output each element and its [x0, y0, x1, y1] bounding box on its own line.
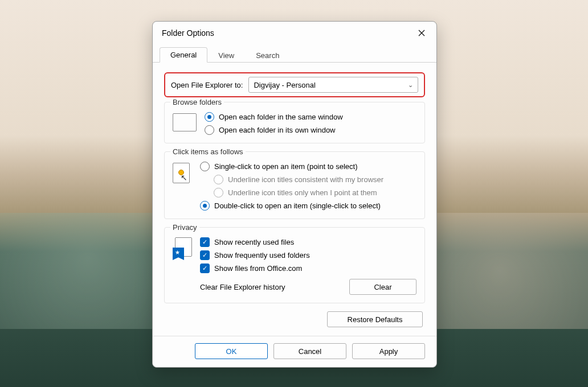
check-recent-files[interactable]: ✓ Show recently used files	[200, 237, 416, 247]
close-button[interactable]	[411, 25, 432, 41]
restore-defaults-button[interactable]: Restore Defaults	[327, 311, 423, 327]
radio-underline-browser: Underline icon titles consistent with my…	[214, 175, 416, 184]
radio-double-click[interactable]: Double-click to open an item (single-cli…	[200, 201, 416, 211]
privacy-title: Privacy	[170, 223, 199, 232]
click-items-title: Click items as follows	[170, 147, 246, 156]
tab-general[interactable]: General	[160, 47, 207, 63]
open-explorer-dropdown[interactable]: Digvijay - Personal ⌄	[248, 77, 418, 93]
clear-history-row: Clear File Explorer history Clear	[200, 279, 416, 295]
open-explorer-value: Digvijay - Personal	[254, 81, 315, 89]
radio-icon	[205, 125, 214, 135]
radio-underline-point: Underline icon titles only when I point …	[214, 188, 416, 197]
radio-label: Underline icon titles consistent with my…	[228, 175, 383, 184]
radio-label: Open each folder in its own window	[219, 126, 336, 134]
clear-button[interactable]: Clear	[349, 279, 416, 295]
check-frequent-folders[interactable]: ✓ Show frequently used folders	[200, 250, 416, 260]
folder-options-dialog: Folder Options General View Search Open …	[152, 21, 437, 368]
radio-label: Open each folder in the same window	[219, 113, 343, 121]
ok-button[interactable]: OK	[195, 343, 268, 359]
checkbox-icon: ✓	[200, 264, 210, 273]
checkbox-label: Show files from Office.com	[214, 264, 302, 273]
checkbox-label: Show frequently used folders	[214, 251, 310, 260]
radio-single-click[interactable]: Single-click to open an item (point to s…	[200, 162, 416, 171]
cancel-button[interactable]: Cancel	[273, 343, 346, 359]
radio-same-window[interactable]: Open each folder in the same window	[205, 112, 416, 122]
dialog-footer: OK Cancel Apply	[153, 336, 436, 367]
dialog-title: Folder Options	[162, 28, 411, 38]
apply-button[interactable]: Apply	[352, 343, 425, 359]
tab-content: Open File Explorer to: Digvijay - Person…	[153, 62, 436, 336]
restore-row: Restore Defaults	[164, 311, 425, 327]
tab-strip: General View Search	[153, 45, 436, 63]
chevron-down-icon: ⌄	[408, 81, 413, 89]
tab-search[interactable]: Search	[245, 48, 290, 63]
radio-label: Single-click to open an item (point to s…	[214, 162, 357, 171]
close-icon	[418, 30, 425, 36]
open-explorer-row: Open File Explorer to: Digvijay - Person…	[164, 72, 425, 97]
radio-label: Underline icon titles only when I point …	[228, 188, 377, 197]
open-explorer-label: Open File Explorer to:	[171, 81, 243, 89]
radio-icon	[200, 201, 210, 211]
titlebar: Folder Options	[153, 22, 436, 44]
radio-icon	[214, 188, 223, 197]
privacy-bookmark-icon: ★	[173, 237, 192, 260]
check-office-files[interactable]: ✓ Show files from Office.com	[200, 264, 416, 273]
browse-folders-group: Browse folders Open each folder in the s…	[164, 102, 425, 143]
radio-icon	[205, 112, 214, 122]
radio-icon	[214, 175, 223, 184]
tab-view[interactable]: View	[207, 48, 245, 63]
browse-folders-title: Browse folders	[170, 98, 224, 106]
radio-icon	[200, 162, 210, 171]
checkbox-icon: ✓	[200, 237, 210, 247]
privacy-group: Privacy ★ ✓ Show recently used files ✓ S…	[164, 227, 425, 303]
radio-label: Double-click to open an item (single-cli…	[214, 201, 381, 210]
folder-window-icon	[173, 113, 197, 131]
clear-history-label: Clear File Explorer history	[200, 283, 285, 291]
click-items-group: Click items as follows ↖ Single-click to…	[164, 151, 425, 219]
checkbox-icon: ✓	[200, 250, 210, 260]
radio-own-window[interactable]: Open each folder in its own window	[205, 125, 416, 135]
page-cursor-icon: ↖	[173, 163, 192, 186]
checkbox-label: Show recently used files	[214, 238, 294, 246]
